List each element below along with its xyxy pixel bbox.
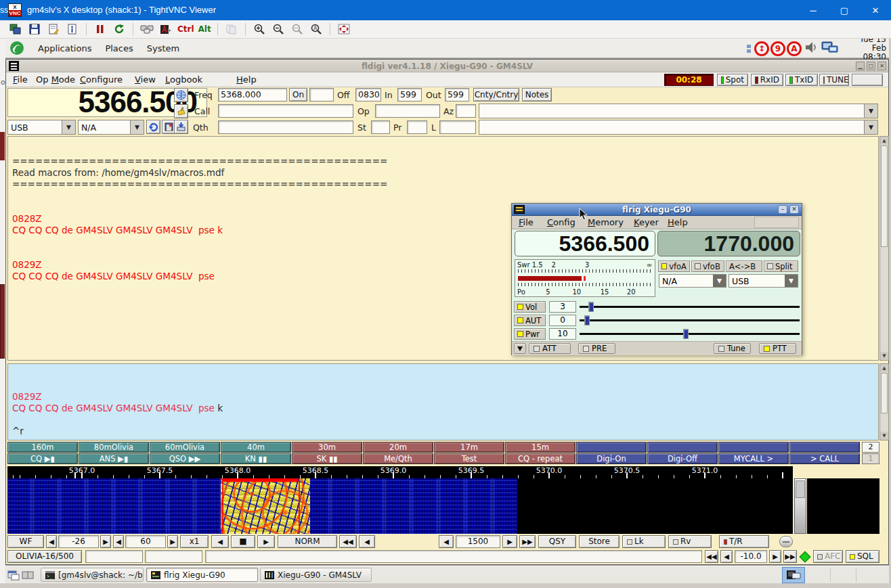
menu-file[interactable]: File	[13, 74, 28, 85]
wf-shift-left-icon[interactable]: ◀	[211, 535, 229, 548]
menu-logbook[interactable]: Logbook	[165, 74, 202, 85]
flrig-band-select[interactable]: N/A▼	[659, 274, 726, 288]
menu-op-mode[interactable]: Op Mode	[36, 74, 75, 85]
opmode-select[interactable]: USB▼	[7, 120, 76, 135]
zoom-in-icon[interactable]	[252, 22, 267, 36]
task-button-terminal[interactable]: >_[gm4slv@shack: ~/bin]	[41, 568, 144, 582]
volume-icon[interactable]	[804, 41, 819, 57]
rx-scroll-thumb[interactable]	[881, 145, 888, 247]
new-connection-icon[interactable]	[8, 22, 23, 36]
qth-field[interactable]	[218, 120, 353, 134]
macro-button-15m[interactable]: 15m	[505, 442, 575, 453]
refresh-icon[interactable]	[112, 22, 127, 36]
fldigi-maximize-button[interactable]: ▢	[867, 62, 875, 70]
connection-options-icon[interactable]	[46, 22, 61, 36]
scroll-down-icon[interactable]: ▼	[880, 352, 888, 360]
tune-button[interactable]: Tune	[714, 343, 751, 354]
macro-page-1-button[interactable]: 1	[862, 453, 879, 464]
clear-log-broom-icon[interactable]	[174, 104, 188, 118]
refofs-right-icon[interactable]: ▶	[167, 535, 178, 548]
macro-button-30m[interactable]: 30m	[292, 442, 362, 453]
flrig-minimize-button[interactable]: –	[778, 205, 787, 214]
waterfall-display[interactable]	[7, 478, 793, 534]
country-combo[interactable]: ▼	[479, 104, 878, 118]
squelch-value-field[interactable]: -10.0	[735, 550, 767, 563]
menu-help[interactable]: Help	[236, 74, 257, 85]
zoom-auto-icon[interactable]: A	[309, 22, 324, 36]
maximize-button[interactable]: ▢	[829, 0, 860, 20]
carrier-left-icon[interactable]: ◀	[359, 535, 375, 548]
province-field[interactable]	[407, 120, 427, 134]
panel-menu-applications[interactable]: Applications	[31, 43, 98, 53]
macro-button-blank[interactable]	[718, 442, 789, 453]
flrig-close-button[interactable]: ✕	[789, 205, 799, 214]
pwr-button[interactable]: Pwr	[514, 328, 546, 340]
squelch-up-fast-icon[interactable]: ▶▶	[783, 550, 797, 563]
refofs-left-icon[interactable]: ◀	[113, 535, 124, 548]
macro-button-17m[interactable]: 17m	[434, 442, 504, 453]
carrier-left-fast-icon[interactable]: ◀◀	[339, 535, 357, 548]
fullscreen-icon[interactable]	[336, 22, 351, 36]
status-badge-icon[interactable]: ↕	[754, 41, 769, 56]
qrz-globe-icon[interactable]	[174, 88, 188, 102]
wf-zoom-button[interactable]: x1	[180, 535, 209, 548]
workspace-switcher-icon[interactable]	[22, 569, 34, 581]
menu-memory[interactable]: Memory	[588, 217, 624, 227]
minimize-button[interactable]: ─	[798, 0, 829, 20]
macro-button-160m[interactable]: 160m	[7, 442, 78, 453]
connection-info-icon[interactable]	[65, 22, 80, 36]
macro-button-kn-[interactable]: KN ▮▮	[221, 453, 291, 464]
menu-configure[interactable]: Configure	[80, 74, 123, 85]
mode-status-button[interactable]: OLIVIA-16/500	[7, 550, 82, 563]
time-off-field[interactable]: 0830	[355, 88, 381, 101]
close-button[interactable]: ✕	[860, 0, 891, 20]
menu-help[interactable]: Help	[668, 217, 688, 227]
scroll-up-icon[interactable]: ▲	[880, 364, 888, 372]
waterfall-side-slider[interactable]	[794, 478, 806, 534]
rst-out-field[interactable]: 599	[445, 88, 469, 101]
refofs-field[interactable]: 60	[125, 535, 166, 548]
az-field[interactable]	[456, 104, 476, 118]
qsy-button[interactable]: QSY	[538, 535, 576, 548]
op-field[interactable]	[375, 104, 440, 118]
ampspan-left-icon[interactable]: ◀	[46, 535, 57, 548]
macro-button-blank[interactable]	[576, 442, 647, 453]
macro-button-80molivia[interactable]: 80mOlivia	[79, 442, 149, 453]
custom-combo[interactable]: ▼	[479, 120, 878, 135]
tray-network-icon[interactable]	[782, 567, 805, 583]
tx-scrollbar[interactable]: ▲ ▼	[879, 363, 889, 440]
task-button-flrig[interactable]: flrig Xiegu-G90	[146, 568, 258, 582]
vfob-button[interactable]: vfoB	[691, 261, 724, 272]
aut-slider-handle[interactable]	[584, 315, 590, 325]
pre-button[interactable]: PRE	[578, 343, 615, 354]
menu-config[interactable]: Config	[547, 217, 575, 227]
wf-mode-button[interactable]: WF	[7, 535, 44, 548]
tx-scroll-thumb[interactable]	[881, 373, 888, 413]
macro-button-ans-[interactable]: ANS ▶▮	[79, 453, 149, 464]
att-button[interactable]: ATT	[529, 343, 571, 354]
clock[interactable]: Tue 15 Feb 08:30	[844, 39, 886, 62]
transmit-text-pane[interactable]: 0829ZCQ CQ CQ de GM4SLV GM4SLV GM4SLV ps…	[7, 363, 879, 440]
lock-button[interactable]: Lk	[622, 535, 666, 548]
sql-button[interactable]: SQL	[846, 550, 879, 563]
macro-button-digi-on[interactable]: Digi-On	[576, 453, 647, 464]
vol-slider-handle[interactable]	[588, 302, 594, 312]
zoom-100-icon[interactable]	[290, 22, 305, 36]
county-country-tab[interactable]: Cnty/Cntry	[473, 88, 519, 101]
distro-menu-icon[interactable]	[9, 41, 24, 55]
ampspan-field[interactable]: -26	[58, 535, 99, 548]
fldigi-close-button[interactable]: ✕	[877, 62, 886, 70]
squelch-down-icon[interactable]: ◀	[720, 550, 733, 563]
macro-button-60molivia[interactable]: 60mOlivia	[150, 442, 220, 453]
aut-slider[interactable]	[580, 315, 800, 326]
tune-button[interactable]: TUNE	[819, 74, 849, 86]
pwr-slider[interactable]	[580, 328, 800, 340]
panel-menu-system[interactable]: System	[140, 43, 186, 53]
save-session-icon[interactable]	[27, 22, 42, 36]
macro-button-test[interactable]: Test	[434, 453, 504, 464]
macro-button-cq-repeat[interactable]: CQ - repeat	[505, 453, 575, 464]
a-b-button[interactable]: A<->B	[726, 261, 762, 272]
vfo-a-frequency-display[interactable]: 5366.500	[515, 231, 655, 256]
time-on-button[interactable]: On	[289, 88, 307, 101]
macro-button-blank[interactable]	[789, 442, 860, 453]
